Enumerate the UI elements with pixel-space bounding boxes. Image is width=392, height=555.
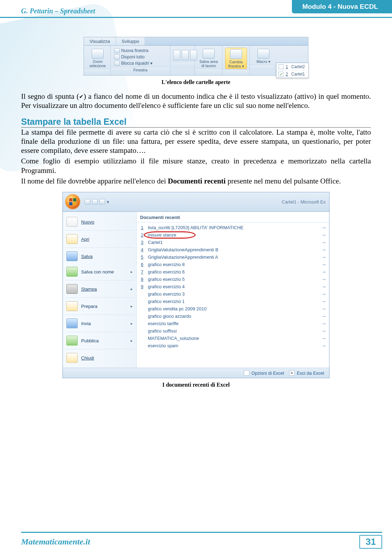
recent-doc[interactable]: grafico gioco azzardo⊸ xyxy=(137,312,329,320)
recent-doc[interactable]: 4GrigliaValutazioneApprendimenti B⊸ xyxy=(137,246,329,253)
pin-icon[interactable]: ⊸ xyxy=(322,233,326,238)
page-footer: Matematicamente.it 31 xyxy=(0,532,392,549)
recent-doc[interactable]: grafico esercizio 3⊸ xyxy=(137,290,329,298)
pin-icon[interactable]: ⊸ xyxy=(322,262,326,267)
pin-icon[interactable]: ⊸ xyxy=(322,292,326,297)
pin-icon[interactable]: ⊸ xyxy=(322,321,326,326)
pin-icon[interactable]: ⊸ xyxy=(322,247,326,252)
checkbox-icon xyxy=(279,64,283,69)
recent-name: grafico esercizio 1 xyxy=(146,299,322,304)
esci-excel-button[interactable]: Esci da Excel xyxy=(289,370,324,376)
recent-doc[interactable]: grafico suffissi⊸ xyxy=(137,327,329,335)
office-button[interactable] xyxy=(65,194,80,209)
menu-pubblica[interactable]: Pubblica▸ xyxy=(63,333,136,348)
nuova-finestra-label: Nuova finestra xyxy=(121,48,148,53)
menu-divider xyxy=(65,332,134,332)
pin-icon[interactable]: ⊸ xyxy=(322,336,326,341)
recent-doc[interactable]: 1lista_iscritti [L72053] ABILITA' INFORM… xyxy=(137,224,329,231)
undo-icon[interactable] xyxy=(92,199,98,205)
recent-doc[interactable]: 3Cartel1⊸ xyxy=(137,239,329,246)
save-icon[interactable] xyxy=(85,199,90,205)
menu-prepara[interactable]: Prepara▸ xyxy=(63,298,136,314)
chevron-right-icon: ▸ xyxy=(131,304,133,309)
menu-nuovo[interactable]: Nuovo xyxy=(63,214,136,230)
recent-doc[interactable]: esercizio tariffe⊸ xyxy=(137,320,329,327)
paragraph-4-bold: Documenti recenti xyxy=(168,177,226,185)
menu-salva-con-nome[interactable]: Salva con nome▸ xyxy=(63,264,136,279)
menu-chiudi[interactable]: Chiudi xyxy=(63,350,136,366)
printer-icon xyxy=(66,284,78,294)
pin-icon[interactable]: ⊸ xyxy=(322,225,326,230)
quick-access-toolbar: ▾ xyxy=(85,199,109,205)
menu-salva[interactable]: Salva xyxy=(63,249,136,264)
recent-doc[interactable]: esercizio spam⊸ xyxy=(137,342,329,349)
recent-doc[interactable]: 9grafico esercizio 4⊸ xyxy=(137,283,329,290)
figure-ribbon: Visualizza Sviluppo Zoom selezione Nuova… xyxy=(84,37,308,76)
esci-label: Esci da Excel xyxy=(297,370,324,376)
nuova-finestra-button[interactable]: Nuova finestra xyxy=(113,48,168,53)
recents-header: Documenti recenti xyxy=(137,215,329,222)
hide-icon[interactable] xyxy=(182,50,189,60)
menu-label: Prepara xyxy=(81,304,97,309)
group-label-empty4 xyxy=(250,65,273,70)
paragraph-4: Il nome del file dovrebbe apparire nell'… xyxy=(21,176,371,186)
titlebar: ▾ Cartel1 - Microsoft Ex xyxy=(63,192,329,212)
pin-icon[interactable]: ⊸ xyxy=(322,240,326,245)
zoom-selezione-button[interactable]: Zoom selezione xyxy=(87,48,109,68)
page-header: G. Pettarin – Spreadsheet Modulo 4 - Nuo… xyxy=(0,0,392,18)
menu-apri[interactable]: Apri xyxy=(63,231,136,247)
pin-icon[interactable]: ⊸ xyxy=(322,270,326,275)
opzioni-excel-button[interactable]: Opzioni di Excel xyxy=(244,370,284,376)
pin-icon[interactable]: ⊸ xyxy=(322,284,326,289)
recent-name: Cartel1 xyxy=(146,240,322,245)
recent-num: 5 xyxy=(141,254,146,260)
recent-name: lista_iscritti [L72053] ABILITA' INFORMA… xyxy=(146,225,322,230)
save-workspace-icon xyxy=(203,49,215,59)
menu-invia[interactable]: Invia▸ xyxy=(63,316,136,331)
recent-doc-misure-stanze[interactable]: 2misure stanze⊸ xyxy=(137,231,329,239)
recent-name: grafico esercizio 3 xyxy=(146,291,322,297)
blocca-riquadri-button[interactable]: Blocca riquadri ▾ xyxy=(113,60,168,66)
save-disk-icon xyxy=(66,251,78,261)
pin-icon[interactable]: ⊸ xyxy=(322,299,326,304)
window-title: Cartel1 - Microsoft Ex xyxy=(282,199,326,205)
recent-num: 9 xyxy=(141,284,146,289)
pin-icon[interactable]: ⊸ xyxy=(322,255,326,260)
pin-icon[interactable]: ⊸ xyxy=(322,306,326,311)
recent-name: grafico suffissi xyxy=(146,328,322,334)
recent-name: grafico esercizio 5 xyxy=(146,277,322,282)
ribbon-tab-sviluppo[interactable]: Sviluppo xyxy=(116,37,145,45)
split-icon[interactable] xyxy=(173,50,180,60)
recent-num: 4 xyxy=(141,247,146,252)
menu-label: Salva xyxy=(81,254,93,259)
macro-icon xyxy=(257,49,269,59)
menu-divider xyxy=(65,297,134,298)
cambia-finestra-button[interactable]: Cambia finestra ▾ xyxy=(225,48,247,69)
recent-doc[interactable]: grafico esercizio 1⊸ xyxy=(137,298,329,305)
recent-doc[interactable]: 6grafico esercizio 8⊸ xyxy=(137,261,329,268)
recent-doc[interactable]: grafico vendita pc 2009 2010⊸ xyxy=(137,305,329,312)
pin-icon[interactable]: ⊸ xyxy=(322,314,326,319)
publish-icon xyxy=(66,336,78,346)
recent-num: 6 xyxy=(141,262,146,267)
macro-button[interactable]: Macro ▾ xyxy=(253,48,274,64)
recent-doc[interactable]: 8grafico esercizio 5⊸ xyxy=(137,276,329,283)
paragraph-3: Come foglio di esempio utilizziamo il fi… xyxy=(21,156,371,175)
qat-more-icon[interactable]: ▾ xyxy=(107,199,109,205)
figure1-caption: L'elenco delle cartelle aperte xyxy=(21,79,371,85)
recent-doc[interactable]: 5GrigliaValutazioneApprendimenti A⊸ xyxy=(137,253,329,261)
disponi-tutto-button[interactable]: Disponi tutto xyxy=(113,54,168,60)
pin-icon[interactable]: ⊸ xyxy=(322,329,326,334)
ribbon-tab-visualizza[interactable]: Visualizza xyxy=(84,37,116,45)
new-file-icon xyxy=(66,217,78,227)
recent-doc[interactable]: 7grafico esercizio 6⊸ xyxy=(137,268,329,276)
pin-icon[interactable]: ⊸ xyxy=(322,277,326,282)
pin-icon[interactable]: ⊸ xyxy=(322,343,326,348)
window-item-cartel2[interactable]: 1 Cartel2 xyxy=(276,63,308,70)
window-item-cartel1[interactable]: ✓ 2 Cartel1 xyxy=(276,70,308,78)
salva-area-button[interactable]: Salva area di lavoro xyxy=(198,48,220,68)
redo-icon[interactable] xyxy=(99,199,105,205)
recent-doc[interactable]: MATEMATICA_soluzione⊸ xyxy=(137,335,329,342)
menu-stampa[interactable]: Stampa▸ xyxy=(63,281,136,297)
menu-label: Invia xyxy=(81,321,91,326)
